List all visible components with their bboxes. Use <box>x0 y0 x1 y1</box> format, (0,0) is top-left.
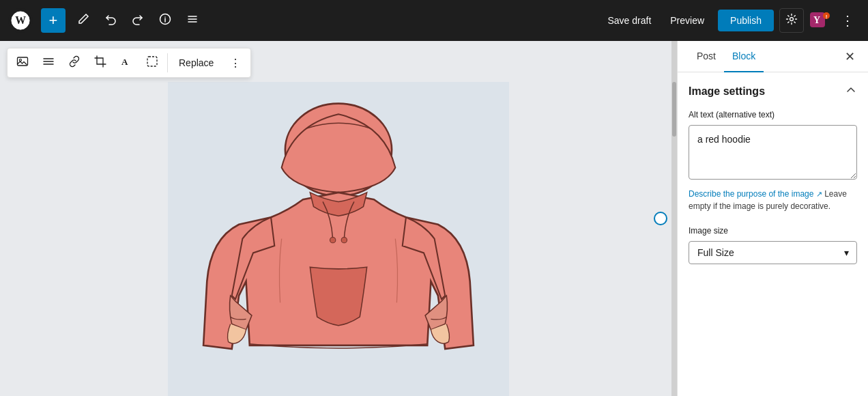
tab-post[interactable]: Post <box>689 41 724 72</box>
ellipsis-icon: ⋮ <box>230 57 241 70</box>
redo-button[interactable] <box>126 8 150 33</box>
main-area: A Replace ⋮ <box>0 41 868 396</box>
link-button[interactable] <box>62 51 87 75</box>
chevron-up-icon <box>845 83 857 99</box>
close-icon: ✕ <box>845 49 855 64</box>
list-view-button[interactable] <box>180 8 205 33</box>
replace-button[interactable]: Replace <box>171 53 222 72</box>
svg-text:Y: Y <box>813 15 820 25</box>
publish-button[interactable]: Publish <box>718 10 774 31</box>
svg-text:A: A <box>121 57 128 67</box>
hoodie-image <box>0 82 677 396</box>
right-panel: Post Block ✕ Image settings Alt <box>677 41 868 396</box>
text-icon: A <box>120 55 132 70</box>
gear-icon <box>785 13 798 28</box>
hoodie-svg <box>168 82 509 396</box>
section-toggle-button[interactable] <box>845 83 857 99</box>
crop-button[interactable] <box>88 51 113 75</box>
undo-button[interactable] <box>98 8 123 33</box>
more-image-options-button[interactable]: ⋮ <box>223 51 248 75</box>
selection-button[interactable] <box>140 51 164 75</box>
save-draft-button[interactable]: Save draft <box>599 10 659 31</box>
link-icon <box>68 55 81 70</box>
svg-point-10 <box>20 59 22 61</box>
image-size-section: Image size Thumbnail Medium Large Full S… <box>689 226 857 264</box>
plus-icon: + <box>49 12 58 29</box>
svg-text:!: ! <box>826 14 828 20</box>
align-button[interactable] <box>36 51 61 75</box>
top-toolbar: W + <box>0 0 868 41</box>
text-overlay-button[interactable]: A <box>114 51 139 75</box>
section-header: Image settings <box>689 83 857 99</box>
image-icon <box>16 55 29 70</box>
alt-text-label: Alt text (alternative text) <box>689 110 857 119</box>
alt-text-link[interactable]: Describe the purpose of the image ↗ <box>689 189 824 199</box>
yoast-button[interactable]: Y ! <box>808 8 833 33</box>
add-block-button[interactable]: + <box>41 8 66 33</box>
settings-button[interactable] <box>779 8 804 33</box>
svg-point-4 <box>790 18 794 21</box>
external-link-icon: ↗ <box>816 190 822 198</box>
editor-scrollbar[interactable] <box>671 41 677 396</box>
resize-handle[interactable] <box>654 212 667 225</box>
image-size-select[interactable]: Thumbnail Medium Large Full Size <box>689 241 857 264</box>
close-panel-button[interactable]: ✕ <box>839 46 860 67</box>
scrollbar-thumb <box>672 82 676 137</box>
info-button[interactable] <box>153 8 177 33</box>
section-title: Image settings <box>689 85 765 98</box>
alt-text-input[interactable] <box>689 125 857 180</box>
image-toolbar: A Replace ⋮ <box>7 48 251 78</box>
wp-logo: W <box>8 8 33 33</box>
panel-content: Image settings Alt text (alternative tex… <box>678 72 868 275</box>
editor-area: A Replace ⋮ <box>0 41 677 396</box>
list-icon <box>186 13 199 29</box>
alt-text-help: Describe the purpose of the image ↗ Leav… <box>689 188 857 212</box>
toolbar-divider <box>167 53 168 72</box>
more-options-button[interactable]: ⋮ <box>835 8 860 33</box>
svg-rect-12 <box>147 57 157 66</box>
pencil-icon <box>77 13 89 29</box>
edit-button[interactable] <box>71 8 96 33</box>
image-size-select-wrapper: Thumbnail Medium Large Full Size <box>689 241 857 264</box>
svg-point-3 <box>164 16 166 18</box>
tab-block[interactable]: Block <box>724 41 764 72</box>
image-icon-button[interactable] <box>10 51 35 75</box>
selection-icon <box>146 55 158 70</box>
image-size-label: Image size <box>689 226 857 236</box>
redo-icon <box>132 13 144 29</box>
alt-text-link-text: Describe the purpose of the image <box>689 189 813 199</box>
svg-point-16 <box>330 237 336 242</box>
yoast-icon: Y ! <box>809 12 831 30</box>
info-icon <box>159 13 171 29</box>
ellipsis-vertical-icon: ⋮ <box>841 12 854 29</box>
align-icon <box>42 55 55 70</box>
svg-text:W: W <box>15 14 26 26</box>
svg-point-17 <box>341 237 347 242</box>
preview-button[interactable]: Preview <box>662 10 712 31</box>
undo-icon <box>104 13 117 29</box>
panel-header: Post Block ✕ <box>678 41 868 72</box>
crop-icon <box>94 55 106 70</box>
